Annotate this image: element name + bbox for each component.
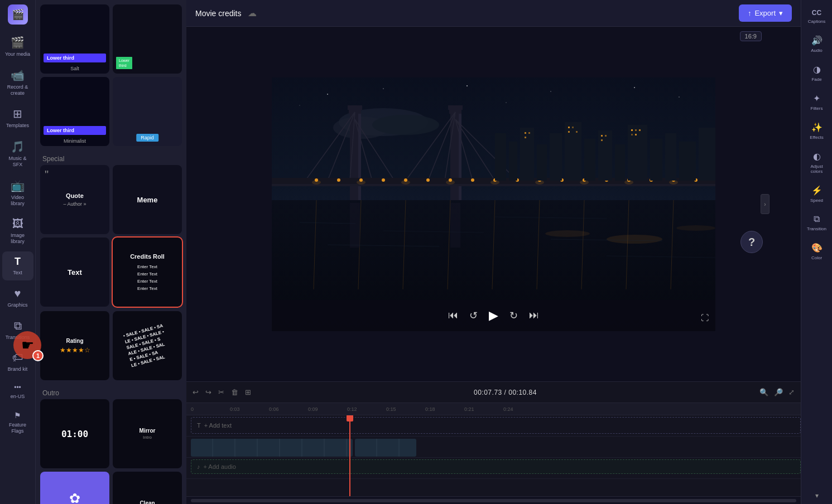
svg-point-40 [471, 178, 474, 182]
zoom-in-button[interactable]: 🔎 [772, 386, 785, 398]
bridge-svg [272, 77, 715, 331]
fast-forward-button[interactable]: ↻ [509, 309, 518, 322]
filters-label: Filters [811, 106, 823, 111]
timeline-time: 00:07.73 / 00:10.84 [474, 389, 537, 396]
rewind-button[interactable]: ↺ [469, 309, 478, 322]
timeline-scrollbar[interactable] [186, 496, 801, 504]
graphics-label: Graphics [7, 302, 27, 308]
template-card-mirror-intro[interactable]: Mirror Intro [113, 399, 182, 468]
template-card-clean-intro[interactable]: Clean Intro [113, 472, 182, 504]
svg-rect-75 [528, 132, 530, 134]
template-card-timer[interactable]: 01:00 [40, 399, 109, 468]
split-button[interactable]: ⊞ [243, 386, 253, 398]
help-button[interactable]: ? [740, 231, 763, 253]
brand-kit-label: Brand kit [8, 366, 28, 372]
template-card-text[interactable]: Text [40, 238, 109, 307]
template-grid-rating: Rating ★★★★☆ • SALE • SALE • SA LE • SAL… [40, 311, 182, 380]
video-container: ⏮ ↺ ▶ ↻ ⏭ ⛶ [272, 77, 715, 331]
template-card-lower-third-1[interactable]: Lower third Salt [40, 4, 109, 74]
template-card-credits-roll[interactable]: Credits Roll Enter Text Enter Text Enter… [113, 238, 182, 307]
nav-item-graphics[interactable]: ♥ Graphics [2, 283, 33, 313]
zoom-out-button[interactable]: 🔍 [758, 386, 770, 398]
funky-icon: ✿ [69, 491, 80, 505]
template-card-rapid[interactable]: Rapid [113, 77, 182, 146]
template-card-rating[interactable]: Rating ★★★★☆ [40, 311, 109, 380]
your-media-icon: 🎬 [11, 36, 25, 49]
export-button[interactable]: ↑ Export ▾ [739, 4, 792, 22]
nav-item-image-library[interactable]: 🖼 Image library [2, 213, 33, 249]
sale-text: • SALE • SALE • SA LE • SALE • SALE • SA… [123, 323, 171, 369]
template-card-sale[interactable]: • SALE • SALE • SA LE • SALE • SALE • SA… [113, 311, 182, 380]
right-panel-captions[interactable]: CC Captions [804, 4, 830, 28]
svg-rect-103 [450, 203, 460, 248]
undo-button[interactable]: ↩ [191, 386, 200, 398]
rating-stars: ★★★★☆ [60, 346, 90, 354]
graphics-icon: ♥ [15, 287, 21, 300]
app-logo: 🎬 [8, 4, 28, 25]
nav-item-your-media[interactable]: 🎬 Your media [2, 31, 33, 62]
panel-collapse-button[interactable]: › [761, 194, 770, 214]
mirror-sub-label: Intro [143, 435, 152, 440]
filters-icon: ✦ [813, 93, 820, 104]
delete-button[interactable]: 🗑 [229, 386, 240, 398]
right-panel-audio[interactable]: 🔊 Audio [804, 31, 830, 57]
redo-button[interactable]: ↪ [204, 386, 213, 398]
template-grid-lower-thirds: Lower third Salt Lowerthird Lower third … [40, 4, 182, 146]
cloud-icon: ☁ [248, 8, 257, 18]
nav-item-language[interactable]: ••• en-US [2, 379, 33, 404]
template-card-lower-third-2[interactable]: Lowerthird [113, 4, 182, 74]
scrollbar-thumb[interactable] [191, 499, 796, 502]
add-text-button[interactable]: T + Add text [191, 417, 801, 434]
template-card-quote-author[interactable]: " Quote – Author » [40, 165, 109, 234]
right-panel-speed[interactable]: ⚡ Speed [804, 181, 830, 207]
fullscreen-button[interactable]: ⛶ [701, 313, 709, 322]
right-panel-adjust-colors[interactable]: ◐ Adjust colors [804, 147, 830, 178]
project-title: Movie credits [195, 9, 241, 18]
ruler-mark-2: 0:06 [269, 406, 308, 412]
svg-rect-70 [650, 139, 662, 181]
right-panel-effects[interactable]: ✨ Effects [804, 118, 830, 144]
video-clip-1[interactable] [191, 439, 353, 457]
nav-item-music-sfx[interactable]: 🎵 Music & SFX [2, 135, 33, 172]
your-media-label: Your media [5, 51, 30, 57]
transition-icon: ⧉ [814, 214, 820, 224]
templates-label: Templates [6, 123, 29, 129]
main-right: Movie credits ☁ ↑ Export ▾ 16:9 [186, 0, 801, 504]
ruler-mark-1: 0:03 [230, 406, 269, 412]
record-create-label: Record & create [4, 84, 31, 96]
nav-item-video-library[interactable]: 📺 Video library [2, 175, 33, 211]
text-track-body: T + Add text [191, 417, 801, 435]
svg-rect-79 [568, 131, 570, 133]
right-panel-transition[interactable]: ⧉ Transition [804, 210, 830, 236]
svg-rect-83 [601, 139, 603, 141]
skip-forward-button[interactable]: ⏭ [529, 309, 539, 321]
fit-view-button[interactable]: ⤢ [787, 386, 796, 398]
svg-rect-86 [639, 129, 641, 131]
template-card-meme[interactable]: Meme [113, 165, 182, 234]
right-panel-chevron[interactable]: ▾ [815, 492, 819, 500]
nav-item-text[interactable]: T Text [2, 251, 33, 280]
timeline-controls-row: ↩ ↪ ✂ 🗑 ⊞ 00:07.73 / 00:10.84 🔍 🔎 ⤢ [186, 382, 801, 403]
right-panel-color[interactable]: 🎨 Color [804, 238, 830, 265]
add-text-icon: T [197, 422, 201, 429]
skip-back-button[interactable]: ⏮ [448, 309, 458, 321]
template-card-funky-intro[interactable]: ✿ Funky Intro [40, 472, 109, 504]
svg-rect-73 [699, 128, 715, 181]
play-button[interactable]: ▶ [489, 308, 498, 323]
brand-kit-icon: 🏷 [12, 351, 23, 364]
nav-item-feature-flags[interactable]: ⚑ Feature Flags [2, 406, 33, 439]
right-panel-filters[interactable]: ✦ Filters [804, 89, 830, 115]
nav-item-brand-kit[interactable]: 🏷 Brand kit [2, 347, 33, 377]
quote-author-name: – Author » [63, 201, 86, 207]
cut-button[interactable]: ✂ [217, 386, 226, 398]
video-clip-2[interactable] [355, 439, 416, 457]
right-panel-fade[interactable]: ◑ Fade [804, 60, 830, 86]
template-card-lower-third-3[interactable]: Lower third Minimalist [40, 77, 109, 146]
adjust-colors-icon: ◐ [813, 151, 821, 162]
nav-item-transitions[interactable]: ⧉ Transitions [2, 315, 33, 345]
ruler-mark-0: 0 [191, 406, 230, 412]
nav-item-record-create[interactable]: 📹 Record & create [2, 64, 33, 101]
svg-point-59 [669, 180, 678, 185]
add-audio-button[interactable]: ♪ + Add audio [191, 459, 801, 474]
nav-item-templates[interactable]: ⊞ Templates [2, 103, 33, 133]
